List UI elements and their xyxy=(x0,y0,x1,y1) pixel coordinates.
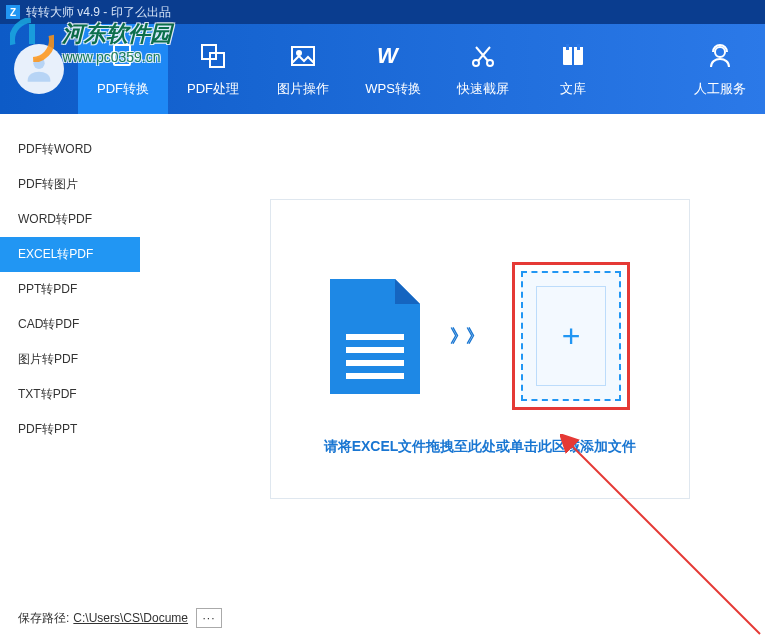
pdf-process-icon xyxy=(198,40,228,72)
tab-screenshot[interactable]: 快速截屏 xyxy=(438,24,528,114)
svg-text:W: W xyxy=(377,43,400,68)
file-dropzone[interactable]: 》》 + 请将EXCEL文件拖拽至此处或单击此区域添加文件 xyxy=(270,199,690,499)
app-icon: Z xyxy=(6,5,20,19)
tab-library[interactable]: 文库 xyxy=(528,24,618,114)
svg-rect-4 xyxy=(114,45,130,65)
sidebar-item-cad-to-pdf[interactable]: CAD转PDF xyxy=(0,307,140,342)
dropzone-hint: 请将EXCEL文件拖拽至此处或单击此区域添加文件 xyxy=(324,438,637,456)
svg-rect-12 xyxy=(566,44,569,50)
svg-point-14 xyxy=(715,47,725,57)
svg-rect-17 xyxy=(346,360,404,366)
content-area: 》》 + 请将EXCEL文件拖拽至此处或单击此区域添加文件 xyxy=(140,114,765,640)
sidebar-item-word-to-pdf[interactable]: WORD转PDF xyxy=(0,202,140,237)
window-title: 转转大师 v4.9 - 印了么出品 xyxy=(26,4,171,21)
save-path-label: 保存路径: xyxy=(18,610,69,627)
titlebar: Z 转转大师 v4.9 - 印了么出品 xyxy=(0,0,765,24)
scissors-icon xyxy=(468,40,498,72)
tab-wps-convert[interactable]: W WPS转换 xyxy=(348,24,438,114)
sidebar-item-pdf-to-image[interactable]: PDF转图片 xyxy=(0,167,140,202)
svg-rect-7 xyxy=(292,47,314,65)
avatar-area[interactable] xyxy=(0,44,78,94)
sidebar-item-image-to-pdf[interactable]: 图片转PDF xyxy=(0,342,140,377)
document-icon xyxy=(330,279,420,394)
tab-manual-service[interactable]: 人工服务 xyxy=(675,24,765,114)
browse-path-button[interactable]: ··· xyxy=(196,608,222,628)
sidebar-item-pdf-to-ppt[interactable]: PDF转PPT xyxy=(0,412,140,447)
arrows-icon: 》》 xyxy=(450,324,482,348)
book-icon xyxy=(558,40,588,72)
svg-rect-16 xyxy=(346,347,404,353)
svg-rect-15 xyxy=(346,334,404,340)
user-avatar[interactable] xyxy=(14,44,64,94)
svg-point-3 xyxy=(33,58,44,69)
image-icon xyxy=(288,40,318,72)
save-path-value[interactable]: C:\Users\CS\Docume xyxy=(73,611,188,625)
svg-rect-18 xyxy=(346,373,404,379)
plus-icon: + xyxy=(562,318,581,355)
wps-icon: W xyxy=(377,40,409,72)
bottom-bar: 保存路径: C:\Users\CS\Docume ··· xyxy=(18,608,222,628)
sidebar-item-ppt-to-pdf[interactable]: PPT转PDF xyxy=(0,272,140,307)
tab-pdf-process[interactable]: PDF处理 xyxy=(168,24,258,114)
sidebar-item-excel-to-pdf[interactable]: EXCEL转PDF xyxy=(0,237,140,272)
tab-pdf-convert[interactable]: PDF转换 xyxy=(78,24,168,114)
svg-point-8 xyxy=(297,51,301,55)
svg-rect-13 xyxy=(577,44,580,50)
sidebar-item-pdf-to-word[interactable]: PDF转WORD xyxy=(0,132,140,167)
sidebar-item-txt-to-pdf[interactable]: TXT转PDF xyxy=(0,377,140,412)
sidebar: PDF转WORD PDF转图片 WORD转PDF EXCEL转PDF PPT转P… xyxy=(0,114,140,640)
pdf-convert-icon xyxy=(108,40,138,72)
support-icon xyxy=(705,40,735,72)
tab-image-ops[interactable]: 图片操作 xyxy=(258,24,348,114)
dropzone-visual: 》》 + xyxy=(330,262,630,410)
add-file-highlight: + xyxy=(512,262,630,410)
header-nav: PDF转换 PDF处理 图片操作 W WPS转换 快速截屏 文库 人工服务 xyxy=(0,24,765,114)
